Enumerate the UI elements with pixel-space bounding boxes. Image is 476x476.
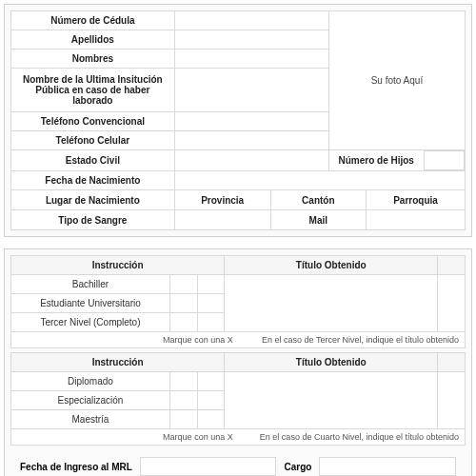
label-ultima-inst: Nombre de la Ultima Insitución Pública e… (11, 69, 175, 112)
edu2-h-spacer (438, 353, 466, 372)
edu1-r2-x1[interactable] (169, 294, 197, 313)
edu2-note: Marque con una X En el caso de Cuarto Ni… (10, 429, 466, 446)
edu2-r3-x1[interactable] (169, 410, 197, 429)
field-ultima-inst[interactable] (174, 69, 328, 112)
edu2-r1-x1[interactable] (169, 372, 197, 391)
photo-placeholder[interactable]: Su foto Aquí (328, 11, 465, 150)
edu2-spacer (438, 372, 466, 429)
edu1-table: Instrucción Título Obtenido Bachiller Es… (10, 255, 466, 332)
field-tel-cel[interactable] (174, 131, 328, 150)
edu2-table: Instrucción Título Obtenido Diplomado Es… (10, 352, 466, 429)
edu1-r3-x1[interactable] (169, 313, 197, 332)
edu1-h-titulo: Título Obtenido (225, 256, 438, 275)
edu2-note-right: En el caso de Cuarto Nivel, indique el t… (260, 432, 459, 442)
label-tipo-sangre: Tipo de Sangre (11, 210, 175, 230)
label-tel-cel: Teléfono Celular (11, 131, 175, 150)
label-parroquia: Parroquia (367, 190, 465, 209)
edu2-r3: Maestría (11, 410, 170, 429)
job-row1: Fecha de Ingreso al MRL Cargo (10, 451, 466, 476)
edu2-note-left: Marque con una X (17, 432, 233, 442)
edu1-r1-x2[interactable] (197, 275, 225, 294)
field-estado-civil[interactable] (174, 150, 328, 171)
edu1-r2-x2[interactable] (197, 294, 225, 313)
edu1-r3-x2[interactable] (197, 313, 225, 332)
edu2-r2-x1[interactable] (169, 391, 197, 410)
edu2-r1: Diplomado (11, 372, 170, 391)
edu1-r1: Bachiller (11, 275, 170, 294)
field-nombres[interactable] (174, 50, 328, 69)
field-tipo-sangre[interactable] (175, 210, 270, 229)
personal-panel: Número de Cédula Su foto Aquí Apellidos … (4, 4, 472, 237)
edu1-titulo-field[interactable] (225, 275, 438, 332)
field-fecha-nac[interactable] (174, 171, 465, 190)
edu2-r1-x2[interactable] (197, 372, 225, 391)
label-num-hijos: Número de Hijos (329, 151, 424, 170)
edu1-note-right: En el caso de Tercer Nivel, indique el t… (262, 335, 459, 345)
edu1-note-left: Marque con una X (17, 335, 233, 345)
edu1-r2: Estudiante Universitario (11, 294, 170, 313)
label-fecha-ingreso: Fecha de Ingreso al MRL (20, 462, 132, 472)
label-provincia: Provincia (175, 190, 270, 209)
label-estado-civil: Estado Civil (11, 150, 175, 171)
education-panel: Instrucción Título Obtenido Bachiller Es… (4, 248, 472, 476)
personal-table: Número de Cédula Su foto Aquí Apellidos … (10, 10, 466, 230)
label-canton: Cantón (270, 190, 366, 209)
label-lugar-nac: Lugar de Nacimiento (11, 190, 175, 210)
label-nombres: Nombres (11, 50, 175, 69)
field-fecha-ingreso[interactable] (140, 457, 277, 476)
field-num-hijos[interactable] (424, 151, 464, 170)
label-cedula: Número de Cédula (11, 11, 175, 30)
edu2-h-instruccion: Instrucción (11, 353, 225, 372)
edu1-spacer (438, 275, 466, 332)
edu1-h-spacer (438, 256, 466, 275)
edu2-titulo-field[interactable] (225, 372, 438, 429)
field-mail[interactable] (367, 210, 465, 229)
label-cargo: Cargo (284, 462, 311, 472)
label-apellidos: Apellidos (11, 30, 175, 50)
field-cedula[interactable] (174, 11, 328, 30)
edu1-h-instruccion: Instrucción (11, 256, 225, 275)
edu1-r1-x1[interactable] (169, 275, 197, 294)
label-fecha-nac: Fecha de Nacimiento (11, 171, 175, 190)
edu1-r3: Tercer Nivel (Completo) (11, 313, 170, 332)
label-tel-conv: Teléfono Convencional (11, 112, 175, 131)
label-mail: Mail (270, 210, 366, 229)
field-apellidos[interactable] (174, 30, 328, 50)
field-cargo[interactable] (319, 457, 456, 476)
edu2-r2-x2[interactable] (197, 391, 225, 410)
edu2-r3-x2[interactable] (197, 410, 225, 429)
edu2-r2: Especialización (11, 391, 170, 410)
edu1-note: Marque con una X En el caso de Tercer Ni… (10, 332, 466, 348)
edu2-h-titulo: Título Obtenido (225, 353, 438, 372)
field-tel-conv[interactable] (174, 112, 328, 131)
